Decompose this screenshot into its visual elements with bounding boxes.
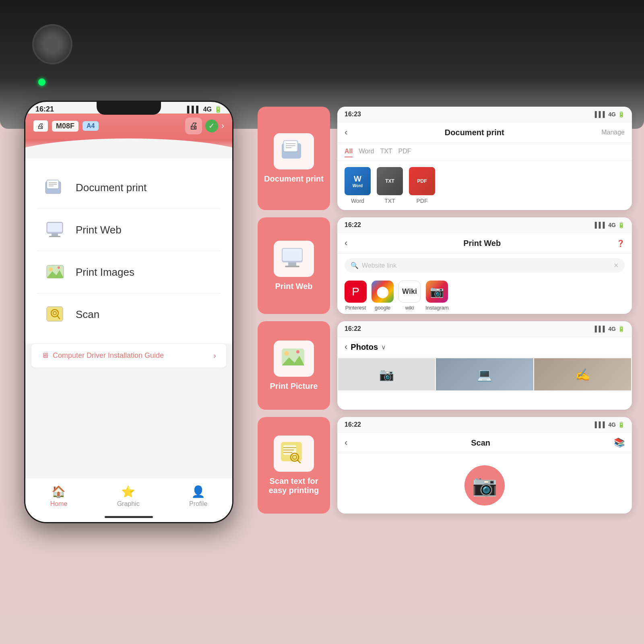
nav-profile[interactable]: 👤 Profile bbox=[189, 485, 207, 508]
wiki-icon: Wiki bbox=[398, 281, 421, 303]
profile-label: Profile bbox=[189, 500, 207, 508]
menu-item-doc-print[interactable]: Document print bbox=[37, 167, 220, 209]
printer-badge: 🖨 M08F A4 bbox=[33, 120, 99, 132]
home-label: Home bbox=[50, 500, 68, 508]
doc-panel-title: Document print bbox=[445, 128, 504, 137]
feature-tile-images[interactable]: Print Picture bbox=[258, 321, 330, 410]
panel-row-4: Scan text for easy printing 16:22 ▌▌▌ 4G… bbox=[258, 417, 632, 514]
feature-tile-images-icon bbox=[274, 341, 314, 377]
nav-home[interactable]: 🏠 Home bbox=[50, 485, 68, 508]
print-images-icon bbox=[41, 260, 70, 284]
driver-chevron-icon: › bbox=[213, 351, 216, 360]
doc-file-pdf[interactable]: PDF PDF bbox=[409, 167, 435, 204]
desk-icon: ✍ bbox=[575, 367, 590, 382]
feature-tile-web[interactable]: Print Web bbox=[258, 217, 330, 314]
svg-point-31 bbox=[296, 350, 299, 353]
doc-tabs: All Word TXT PDF bbox=[337, 143, 632, 161]
doc-tab-all[interactable]: All bbox=[345, 146, 353, 157]
doc-tab-pdf[interactable]: PDF bbox=[398, 146, 411, 157]
doc-manage-button[interactable]: Manage bbox=[601, 129, 625, 136]
svg-rect-25 bbox=[283, 249, 302, 261]
feature-tile-doc-icon bbox=[274, 133, 314, 169]
web-battery-icon: 🔋 bbox=[618, 222, 625, 228]
photo-desk[interactable]: ✍ bbox=[534, 358, 631, 390]
scan-signal-icon: ▌▌▌ 4G bbox=[595, 421, 616, 428]
scan-panel-content: 📷 bbox=[337, 453, 632, 514]
svg-rect-20 bbox=[285, 141, 297, 151]
profile-icon: 👤 bbox=[191, 485, 205, 498]
feature-tile-scan-icon bbox=[274, 436, 314, 472]
feature-tile-doc-print[interactable]: Document print bbox=[258, 107, 330, 210]
svg-point-13 bbox=[58, 266, 60, 269]
doc-tab-txt[interactable]: TXT bbox=[380, 146, 392, 157]
scan-battery-icon: 🔋 bbox=[618, 421, 625, 428]
web-panel-time: 16:22 bbox=[345, 221, 361, 229]
print-button[interactable]: 🖨 bbox=[185, 118, 202, 134]
pdf-file-icon: PDF bbox=[409, 167, 435, 195]
monitor-icon: 🖥 bbox=[41, 351, 49, 360]
paper-size: A4 bbox=[83, 121, 99, 131]
feature-tile-scan[interactable]: Scan text for easy printing bbox=[258, 417, 330, 514]
img-panel-time: 16:22 bbox=[345, 325, 361, 332]
driver-banner-text: Computer Driver Installation Guide bbox=[53, 351, 164, 360]
menu-item-print-images[interactable]: Print Images bbox=[37, 251, 220, 293]
browser-instagram[interactable]: 📷 Instagram bbox=[425, 281, 449, 311]
menu-item-print-web[interactable]: Print Web bbox=[37, 209, 220, 251]
doc-back-button[interactable]: ‹ bbox=[345, 127, 347, 138]
doc-file-txt[interactable]: TXT TXT bbox=[377, 167, 403, 204]
feature-tile-images-label: Print Picture bbox=[270, 382, 318, 391]
doc-tab-word[interactable]: Word bbox=[359, 146, 374, 157]
img-signal-icon: ▌▌▌ 4G bbox=[595, 326, 616, 332]
menu-list: Document print Print Web bbox=[25, 159, 232, 343]
web-signal-icon: ▌▌▌ 4G bbox=[595, 222, 616, 228]
search-clear-icon[interactable]: ✕ bbox=[613, 262, 619, 269]
browser-google[interactable]: ⬤ google bbox=[372, 281, 394, 311]
scan-back-button[interactable]: ‹ bbox=[345, 438, 347, 448]
feature-tile-web-icon bbox=[274, 241, 314, 277]
search-placeholder: Website link bbox=[362, 262, 610, 269]
menu-item-scan[interactable]: Scan bbox=[37, 293, 220, 335]
cloud-decoration bbox=[25, 138, 232, 159]
photos-header: ‹ Photos ∨ bbox=[337, 337, 632, 357]
print-images-label: Print Images bbox=[76, 266, 134, 279]
phone-home-bar bbox=[105, 516, 153, 518]
battery-icon: 🔋 bbox=[214, 105, 222, 113]
panel-doc-print: 16:23 ▌▌▌ 4G 🔋 ‹ Document print Manage A… bbox=[337, 107, 632, 210]
graphic-icon: ⭐ bbox=[121, 485, 135, 498]
web-help-icon: ❓ bbox=[617, 239, 625, 247]
svg-rect-8 bbox=[52, 233, 58, 236]
svg-rect-26 bbox=[288, 262, 296, 266]
panel-row-2: Print Web 16:22 ▌▌▌ 4G 🔋 ‹ Print Web ❓ 🔍… bbox=[258, 217, 632, 314]
signal-icon: ▌▌▌ bbox=[187, 106, 201, 113]
svg-rect-7 bbox=[47, 223, 62, 232]
chrome-icon: ⬤ bbox=[372, 281, 394, 303]
print-web-label: Print Web bbox=[76, 224, 122, 236]
photo-laptop[interactable]: 💻 bbox=[436, 358, 533, 390]
right-panels: Document print 16:23 ▌▌▌ 4G 🔋 ‹ Document… bbox=[258, 107, 632, 514]
pinterest-icon: P bbox=[345, 281, 367, 303]
doc-panel-time: 16:23 bbox=[345, 111, 361, 118]
photos-chevron-icon: ∨ bbox=[381, 343, 386, 351]
graphic-label: Graphic bbox=[117, 500, 140, 508]
photos-grid: 📷 💻 ✍ bbox=[337, 357, 632, 391]
phone-notch bbox=[97, 102, 161, 115]
web-back-button[interactable]: ‹ bbox=[345, 238, 347, 248]
scan-camera-button[interactable]: 📷 bbox=[464, 465, 505, 506]
browser-wiki[interactable]: Wiki wiki bbox=[398, 281, 421, 311]
img-back-button[interactable]: ‹ bbox=[345, 342, 347, 352]
scan-icon bbox=[41, 302, 70, 326]
next-arrow-icon: › bbox=[221, 121, 224, 131]
panel-print-web: 16:22 ▌▌▌ 4G 🔋 ‹ Print Web ❓ 🔍 Website l… bbox=[337, 217, 632, 314]
doc-file-word[interactable]: W Word Word bbox=[345, 167, 371, 204]
web-search-bar[interactable]: 🔍 Website link ✕ bbox=[345, 258, 625, 272]
panel-row-3: Print Picture 16:22 ▌▌▌ 4G 🔋 ‹ Photos ∨ … bbox=[258, 321, 632, 410]
nav-graphic[interactable]: ⭐ Graphic bbox=[117, 485, 140, 508]
status-time: 16:21 bbox=[35, 105, 54, 114]
instagram-icon: 📷 bbox=[426, 281, 448, 303]
driver-banner[interactable]: 🖥 Computer Driver Installation Guide › bbox=[31, 343, 226, 367]
browser-pinterest[interactable]: P Pinterest bbox=[345, 281, 367, 311]
photo-camera[interactable]: 📷 bbox=[338, 358, 435, 390]
svg-rect-27 bbox=[285, 266, 299, 267]
feature-tile-doc-label: Document print bbox=[264, 174, 324, 184]
doc-battery-icon: 🔋 bbox=[618, 111, 625, 118]
